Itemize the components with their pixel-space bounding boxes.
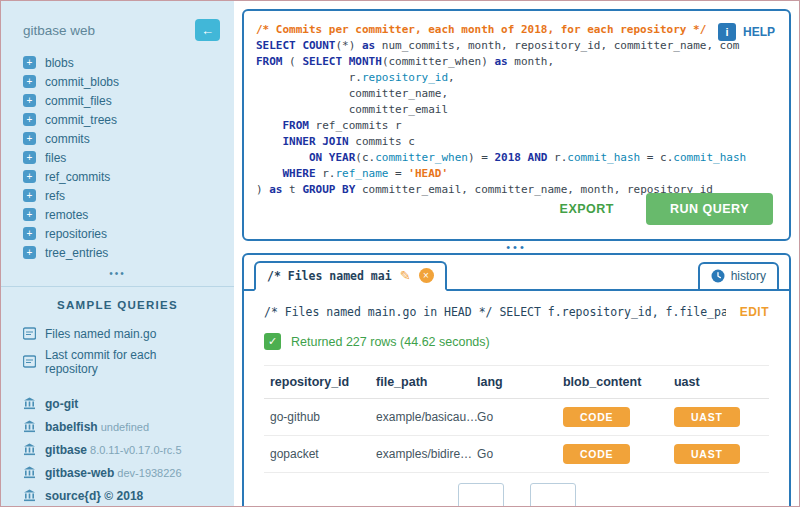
column-header-repository-id: repository_id bbox=[264, 366, 370, 399]
library-icon bbox=[23, 420, 36, 433]
export-button[interactable]: EXPORT bbox=[560, 202, 614, 216]
sidebar-table-blobs[interactable]: +blobs bbox=[1, 53, 234, 72]
sidebar-table-files[interactable]: +files bbox=[1, 148, 234, 167]
code-button[interactable]: CODE bbox=[563, 444, 631, 464]
plus-icon: + bbox=[23, 151, 36, 164]
tab-query-result[interactable]: /* Files named mai ✎ × bbox=[254, 261, 447, 291]
uast-button[interactable]: UAST bbox=[674, 444, 740, 464]
plus-icon: + bbox=[23, 94, 36, 107]
query-document-icon bbox=[23, 355, 36, 368]
sidebar-table-tree-entries[interactable]: +tree_entries bbox=[1, 243, 234, 262]
clock-icon bbox=[711, 269, 725, 283]
table-header-row: repository_id file_path lang blob_conten… bbox=[264, 366, 769, 399]
sql-editor-panel: /* Commits per committer, each month of … bbox=[242, 9, 791, 241]
sidebar-table-commit-trees[interactable]: +commit_trees bbox=[1, 110, 234, 129]
table-name: remotes bbox=[45, 208, 88, 222]
status-message: Returned 227 rows (44.62 seconds) bbox=[291, 335, 490, 349]
component-version: 8.0.11-v0.17.0-rc.5 bbox=[90, 444, 182, 456]
table-name: commit_blobs bbox=[45, 75, 119, 89]
sample-query-files-named-main-go[interactable]: Files named main.go bbox=[1, 323, 234, 344]
component-name: go-git bbox=[45, 397, 78, 411]
panel-splitter-handle[interactable]: ••• bbox=[242, 241, 791, 253]
column-header-blob-content: blob_content bbox=[557, 366, 668, 399]
pagination bbox=[264, 483, 769, 507]
table-name: commit_trees bbox=[45, 113, 117, 127]
table-name: commits bbox=[45, 132, 90, 146]
sample-query-last-commit[interactable]: Last commit for each repository bbox=[1, 344, 234, 379]
sidebar-table-refs[interactable]: +refs bbox=[1, 186, 234, 205]
results-body: /* Files named main.go in HEAD */ SELECT… bbox=[244, 291, 789, 507]
sample-query-label: Last commit for each repository bbox=[45, 348, 212, 376]
sidebar-header: gitbase web ← bbox=[1, 13, 234, 51]
library-icon bbox=[23, 443, 36, 456]
plus-icon: + bbox=[23, 75, 36, 88]
lang-cell: Go bbox=[471, 436, 557, 473]
repository-id-cell[interactable]: gopacket bbox=[264, 436, 370, 473]
lang-cell: Go bbox=[471, 399, 557, 436]
collapse-sidebar-button[interactable]: ← bbox=[195, 19, 220, 41]
success-check-icon: ✓ bbox=[264, 333, 281, 350]
column-header-uast: uast bbox=[668, 366, 769, 399]
uast-button[interactable]: UAST bbox=[674, 407, 740, 427]
version-go-git: go-git bbox=[1, 391, 234, 414]
component-name: gitbase bbox=[45, 443, 87, 457]
sidebar: gitbase web ← +blobs +commit_blobs +comm… bbox=[1, 1, 234, 506]
query-status-row: ✓ Returned 227 rows (44.62 seconds) bbox=[264, 333, 769, 350]
repository-id-cell[interactable]: go-github bbox=[264, 399, 370, 436]
component-name: source{d} © 2018 bbox=[45, 489, 143, 503]
sidebar-table-commit-blobs[interactable]: +commit_blobs bbox=[1, 72, 234, 91]
sidebar-table-repositories[interactable]: +repositories bbox=[1, 224, 234, 243]
sample-query-label: Files named main.go bbox=[45, 327, 156, 341]
close-tab-icon[interactable]: × bbox=[419, 268, 434, 283]
version-sourced: source{d} © 2018 bbox=[1, 483, 234, 506]
sample-queries-title: SAMPLE QUERIES bbox=[1, 299, 234, 323]
editor-actions: EXPORT RUN QUERY bbox=[560, 193, 773, 225]
table-row: go-github example/basicau… Go CODE UAST bbox=[264, 399, 769, 436]
query-summary-text: /* Files named main.go in HEAD */ SELECT… bbox=[264, 305, 726, 319]
edit-query-button[interactable]: EDIT bbox=[740, 305, 769, 319]
tables-list: +blobs +commit_blobs +commit_files +comm… bbox=[1, 51, 234, 262]
plus-icon: + bbox=[23, 189, 36, 202]
library-icon bbox=[23, 397, 36, 410]
plus-icon: + bbox=[23, 132, 36, 145]
plus-icon: + bbox=[23, 56, 36, 69]
app-window: gitbase web ← +blobs +commit_blobs +comm… bbox=[0, 0, 800, 507]
plus-icon: + bbox=[23, 208, 36, 221]
table-name: refs bbox=[45, 189, 65, 203]
sidebar-table-commits[interactable]: +commits bbox=[1, 129, 234, 148]
table-name: blobs bbox=[45, 56, 74, 70]
versions-list: go-git babelfishundefined gitbase8.0.11-… bbox=[1, 391, 234, 506]
file-path-cell[interactable]: examples/bidire… bbox=[370, 436, 471, 473]
sidebar-table-remotes[interactable]: +remotes bbox=[1, 205, 234, 224]
sample-queries-list: Files named main.go Last commit for each… bbox=[1, 323, 234, 379]
table-name: tree_entries bbox=[45, 246, 108, 260]
library-icon bbox=[23, 489, 36, 502]
results-panel: /* Files named mai ✎ × history /* Files … bbox=[242, 253, 791, 507]
table-row: gopacket examples/bidire… Go CODE UAST bbox=[264, 436, 769, 473]
component-name: babelfish bbox=[45, 420, 98, 434]
main-area: /* Commits per committer, each month of … bbox=[234, 1, 799, 506]
plus-icon: + bbox=[23, 246, 36, 259]
help-label: HELP bbox=[743, 25, 775, 39]
edit-pencil-icon[interactable]: ✎ bbox=[400, 268, 411, 283]
run-query-button[interactable]: RUN QUERY bbox=[646, 193, 773, 225]
query-summary-row: /* Files named main.go in HEAD */ SELECT… bbox=[264, 305, 769, 319]
help-button[interactable]: i HELP bbox=[718, 23, 775, 41]
file-path-cell[interactable]: example/basicau… bbox=[370, 399, 471, 436]
sample-queries-section: SAMPLE QUERIES Files named main.go Last … bbox=[1, 286, 234, 506]
version-gitbase: gitbase8.0.11-v0.17.0-rc.5 bbox=[1, 437, 234, 460]
column-header-lang: lang bbox=[471, 366, 557, 399]
code-button[interactable]: CODE bbox=[563, 407, 631, 427]
plus-icon: + bbox=[23, 170, 36, 183]
arrow-left-icon: ← bbox=[201, 23, 214, 38]
page-control[interactable] bbox=[458, 483, 504, 507]
sidebar-table-commit-files[interactable]: +commit_files bbox=[1, 91, 234, 110]
page-size-control[interactable] bbox=[530, 483, 576, 507]
results-table: repository_id file_path lang blob_conten… bbox=[264, 365, 769, 473]
tab-history[interactable]: history bbox=[698, 262, 779, 291]
sidebar-table-ref-commits[interactable]: +ref_commits bbox=[1, 167, 234, 186]
tables-more-indicator[interactable]: ••• bbox=[1, 262, 234, 286]
table-name: commit_files bbox=[45, 94, 112, 108]
version-babelfish: babelfishundefined bbox=[1, 414, 234, 437]
sql-editor[interactable]: /* Commits per committer, each month of … bbox=[244, 11, 789, 209]
